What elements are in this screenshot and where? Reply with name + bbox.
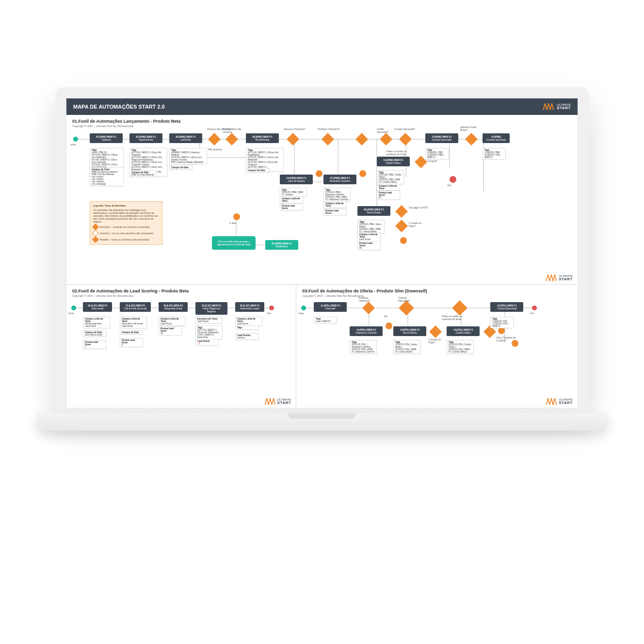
node-cartao-falhou[interactable]: 14.[PBE] WEB F1Cartão Falhou (377, 157, 410, 166)
decision-decidiu[interactable] (225, 133, 238, 145)
node-reabertura[interactable]: 01.[PBE] WEB F1Reabertura (265, 240, 298, 250)
panel-01: 01.Funil de Automações Lançamento - Prod… (66, 115, 578, 285)
screen-bezel: MAPA DE AUTOMAÇÕES START 2.0 ULTIMATE ST… (55, 87, 589, 413)
legend-box: Legenda: Tipos de Decisões Os diamantes … (90, 201, 162, 245)
decision-finalizou[interactable] (363, 302, 375, 314)
card-linha-cartao: Campos Linha de Texto (377, 184, 400, 191)
card: Lead Pontuanenhum (235, 333, 258, 340)
node-teal-note[interactable]: Clica no botão para acessar o agendament… (212, 236, 256, 250)
dec-label: Finalizou Checkout? (358, 296, 380, 302)
laptop-base (36, 413, 608, 431)
node-compra2[interactable]: 14.[PBE]Compra Aprovada (483, 133, 510, 143)
decision-compra-aprov[interactable] (399, 301, 414, 316)
card-campos-2: Campos de Data[PBE F1] Data Webinar (129, 170, 157, 177)
panel-02: 02.Funil de Automações de Lead Scoring -… (66, 285, 296, 408)
card: Incorpora em TextoLead Score (195, 317, 223, 323)
node-responde[interactable]: 18.[LSC] WEB F1Responde email (159, 302, 188, 312)
decision-compra-aprovada[interactable] (355, 133, 368, 145)
node-compra-aprovada[interactable]: 14.[PBE] WEB F1Compra Aprovada (425, 133, 458, 143)
card-tags-abandono: TagsSTATUS | PBE | Abandono CarrinhoSTAT… (323, 188, 351, 202)
end-label: Fim (530, 312, 534, 315)
card: TagsSTATUS | PSL | Abandono CarrinhoSTAT… (350, 340, 377, 354)
panel-03-title: 03.Funil de Automações de Oferta - Produ… (302, 289, 572, 293)
node-lembrete[interactable]: 03.[PBE] WEB F1Lembrete (169, 133, 202, 143)
card-campos-4: Campos de Data (246, 168, 269, 173)
connector (359, 170, 366, 177)
screen: MAPA DE AUTOMAÇÕES START 2.0 ULTIMATE ST… (66, 98, 578, 408)
dec-label: O boleto foi Pago? (428, 338, 448, 344)
decision-cartao-aprovado[interactable] (380, 133, 392, 145)
card-campos-1: Campos de Texto[PBE F1] Data de cadastro… (90, 167, 124, 186)
legend-inclusivo: Inclusivo – um ou mais caminhos são exec… (100, 232, 153, 235)
node-clik-link[interactable]: 17.[LSC] WEB F1Clik em link de email (120, 302, 151, 312)
connector (400, 237, 407, 244)
node-compra-aprov[interactable]: 12.[PSL] WEB F1Compra Aprovada (490, 302, 523, 312)
card-tags-cartao: TagsSTATUS | PBE | Cartão FalhouSTATUS |… (377, 170, 404, 184)
node-gerou-boleto[interactable]: 06.[PBE] WEB F1Gerou Boleto (357, 206, 390, 216)
node-cadastro[interactable]: 01.[PBE] WEB F1Cadastro (90, 133, 123, 143)
wait-label: X dias (229, 222, 236, 225)
decision-compra-apro2[interactable] (399, 133, 411, 145)
node-aquecimento[interactable]: 02.[PBE] WEB F1Aquecimento (129, 133, 162, 143)
panel-02-copyright: Copyright © 2021 – Ultimate Start By Ult… (72, 294, 290, 297)
node-boleto-psl[interactable]: 14.[PSL] WEB F1Gerou Boleto (393, 326, 426, 336)
decision-vaipagarps[interactable] (395, 205, 407, 217)
dec-label: Falha no cartão ou ausência de limite (386, 150, 416, 156)
laptop-mockup: MAPA DE AUTOMAÇÕES START 2.0 ULTIMATE ST… (55, 87, 589, 431)
legend-body: Os diamantes são elementos de modelagem … (93, 209, 159, 223)
decision-boletopago[interactable] (395, 220, 407, 232)
panels-bottom: 02.Funil de Automações de Lead Scoring -… (66, 285, 578, 408)
panel-02-canvas: Início 16.[LSC] WEB F1Abre email 17.[LSC… (66, 298, 296, 408)
card: Pontua Lead Score1 (83, 340, 106, 349)
decision-orderbump[interactable] (465, 133, 477, 145)
decision-acessou-link[interactable] (208, 133, 220, 145)
card: Campos de DataAtivo-ultimo email (83, 330, 106, 337)
card-tags-cliente: TagsCLIENTE | PBECLIENTE | PBE | WEB F1 (425, 148, 449, 160)
decision-finalizou-checkout[interactable] (322, 133, 334, 145)
decision-cartaofalhou[interactable] (452, 301, 467, 316)
start-dot (73, 137, 78, 142)
end-label: Fim (448, 184, 451, 187)
brand-mark-icon (265, 398, 275, 405)
panel-03-canvas: Início 11.[PSL] WEB F1Downsell Finalizou… (296, 298, 578, 408)
start-label: Início (68, 312, 74, 315)
node-abandono[interactable]: 07.[PBE] WEB F1Abandono Carrinho (323, 175, 356, 184)
card: Pontua Lead Score15 (159, 326, 182, 336)
wait-icon (233, 213, 240, 220)
node-abandono-psl[interactable]: 14.[PSL] WEB F1Abandono Carrinho (350, 326, 383, 336)
card: Campos Linha de TextoMobile determineLea… (83, 317, 110, 328)
node-desinscrito[interactable]: 20.[LSC] WEB F1Desinscrito Leads (235, 302, 264, 312)
card-tags-3: TagsVIEWED | WEB F1 | Acessou WebinarACT… (169, 148, 207, 164)
card: Pontua Lead Score5 (120, 338, 143, 347)
decision-vaipagar[interactable] (430, 326, 442, 338)
node-visita-pagina[interactable]: 19.[LSC] WEB F1Visita Página de Negócio (195, 302, 227, 315)
card-score-boleto: Pontua Lead Score40 (357, 241, 381, 250)
card: TagsCLIENTE | PSLCLIENTE | PSL | WEB F1 (490, 317, 514, 328)
card: Campos Linha de TextoLead Score (159, 317, 186, 326)
panels: 01.Funil de Automações Lançamento - Prod… (66, 115, 578, 408)
card: Campos Linha de TextoAtivo-ultimo link e… (120, 317, 147, 328)
panel-01-logo: ULTIMATESTART (546, 274, 573, 281)
card-linha-espera: Campos Linha de Texto (280, 196, 303, 203)
node-lista-espera[interactable]: 13.[PBE] WEB F1Lista de Espera (280, 175, 313, 184)
node-abre-email[interactable]: 16.[LSC] WEB F1Abre email (83, 302, 112, 312)
dec-label: Cartão Aprovado? (377, 128, 396, 133)
node-remarketing[interactable]: 05.[PBE] WEB F1Remarketing (246, 133, 279, 143)
node-cartao-psl[interactable]: 14.[PSL] WEB F1Cartão Falhou (447, 326, 480, 336)
decision-acessou-checkout[interactable] (287, 133, 299, 145)
panel-03-edges (296, 298, 578, 408)
dec-label: Falha no cartão ou ausência de limite (442, 315, 471, 321)
card: Tags (235, 325, 258, 330)
card: TagsSTATUS | PSL | Gerou BoletoSTATUS | … (393, 340, 420, 354)
dec-label: Decidiu, mas não comprou (223, 128, 247, 133)
yes-label: Sim (384, 315, 388, 318)
dec-label: Vai pagar no PS? (409, 206, 428, 209)
card-tags-espera: TagsSTATUS | PBE | WEB F1 | Espera (280, 188, 307, 197)
brand-mark-icon (546, 274, 557, 281)
card-score-espera: Pontua Lead Score (280, 204, 303, 210)
start-label: Início (70, 143, 76, 146)
node-downsell[interactable]: 11.[PSL] WEB F1Downsell (314, 302, 347, 312)
card: Campos Linha de TextoLead Score (235, 317, 262, 326)
dec-label: Não acessou (208, 148, 222, 151)
panel-01-canvas: Início 01.[PBE] WEB F1Cadastro 02.[PBE] … (66, 129, 578, 284)
